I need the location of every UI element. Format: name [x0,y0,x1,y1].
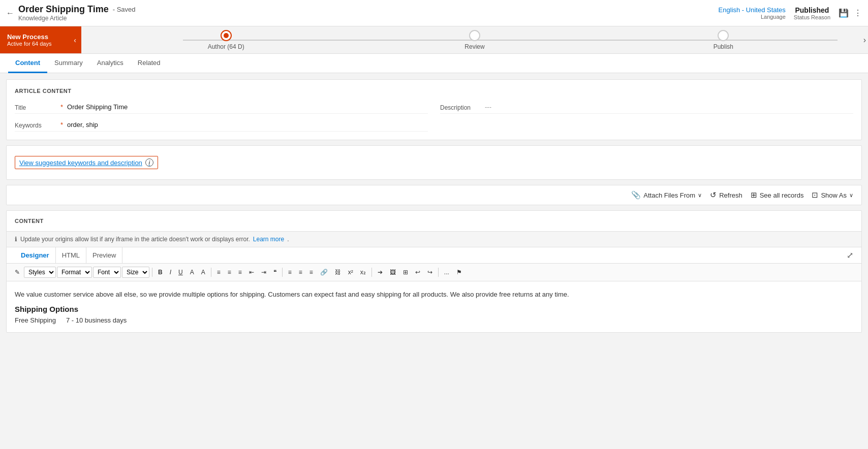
editor-tab-preview[interactable]: Preview [86,247,122,263]
sep3 [282,268,283,277]
title-value[interactable]: Order Shipping Time [67,103,128,111]
expand-icon[interactable]: ⤢ [847,250,853,260]
main-area: ARTICLE CONTENT Title * Order Shipping T… [0,73,868,339]
align-justify2-button[interactable]: ≡ [296,267,305,277]
tab-summary[interactable]: Summary [47,54,90,73]
saved-badge: - Saved [113,6,136,13]
flag-button[interactable]: ⚑ [453,267,465,277]
description-value[interactable]: --- [485,103,491,111]
suggested-keywords-link[interactable]: View suggested keywords and description … [15,156,158,169]
eraser-button[interactable]: ✎ [12,267,23,277]
tab-related[interactable]: Related [131,54,168,73]
table-insert-button[interactable]: ⊞ [400,267,411,277]
keywords-required: * [60,121,63,129]
editor-toolbar: ✎ Styles Format Font Size B I U A A ≡ ≡ … [7,264,861,281]
special-button[interactable]: ➔ [375,267,386,277]
header-right: English - United States Language Publish… [719,6,862,20]
subscript-button[interactable]: x₂ [357,267,369,277]
image-button[interactable]: 🖼 [387,267,399,277]
editor-body[interactable]: We value customer service above all else… [7,281,861,332]
quote-button[interactable]: ❝ [270,267,280,277]
attach-files-button[interactable]: 📎 Attach Files From ∨ [631,190,702,200]
keywords-field-row: Keywords * order, ship [15,119,428,132]
tab-analytics[interactable]: Analytics [90,54,131,73]
undo-button[interactable]: ↩ [412,267,423,277]
table-cell-col2: 7 - 10 business days [66,316,127,324]
show-as-label: Show As [821,191,847,199]
new-process-label: New Process [7,33,51,41]
superscript-button[interactable]: x² [345,267,356,277]
tab-content[interactable]: Content [8,54,47,73]
indent-dec-button[interactable]: ⇤ [246,267,257,277]
language-link[interactable]: English - United States [719,6,786,14]
refresh-icon: ↺ [710,190,717,200]
underline-button[interactable]: U [175,267,186,277]
font-select[interactable]: Font [93,267,121,278]
process-chevron-right[interactable]: › [863,36,866,45]
status-label: Status Reason [794,14,830,20]
suggested-link-wrapper: View suggested keywords and description … [15,154,853,171]
new-process-button[interactable]: New Process Active for 64 days ‹ [0,26,81,53]
title-label: Title [15,103,55,111]
font-color-button[interactable]: A [198,267,208,277]
info-banner-text: Update your origins allow list if any if… [20,236,250,243]
more-button[interactable]: ... [441,267,452,277]
language-label: Language [719,14,786,20]
tabs-bar: Content Summary Analytics Related [0,54,868,73]
table-row: Free Shipping 7 - 10 business days [15,316,853,324]
content-card: CONTENT ℹ Update your origins allow list… [6,210,862,333]
align-right-button[interactable]: ≡ [235,267,245,277]
body-heading: Shipping Options [15,305,853,313]
suggested-keywords-card: View suggested keywords and description … [6,145,862,180]
status-text: Published [794,6,830,14]
save-icon[interactable]: 💾 [839,8,849,18]
article-content-card: ARTICLE CONTENT Title * Order Shipping T… [6,79,862,140]
language-section: English - United States Language [719,6,786,20]
refresh-label: Refresh [719,191,742,199]
show-as-icon: ⊡ [812,190,818,200]
unlink-button[interactable]: ⛓ [332,267,344,277]
editor-tab-html[interactable]: HTML [56,247,86,263]
italic-button[interactable]: I [167,267,174,277]
refresh-button[interactable]: ↺ Refresh [710,190,742,200]
title-required: * [60,103,63,111]
step-label-author: Author (64 D) [208,43,244,50]
redo-button[interactable]: ↪ [424,267,436,277]
more-options-icon[interactable]: ⋮ [854,8,862,18]
attach-icon: 📎 [631,190,641,200]
process-step-publish[interactable]: Publish [599,30,848,50]
step-circle-review [469,30,480,41]
editor-tab-designer[interactable]: Designer [15,247,56,263]
article-title-area: Order Shipping Time - Saved Knowledge Ar… [18,4,136,22]
step-circle-author [221,30,232,41]
content-header: CONTENT [7,211,861,231]
info-banner-period: . [287,236,289,243]
align-justify3-button[interactable]: ≡ [306,267,316,277]
info-icon: i [145,158,153,167]
styles-select[interactable]: Styles [24,267,56,278]
show-as-button[interactable]: ⊡ Show As ∨ [812,190,853,200]
step-label-review: Review [464,43,484,50]
process-chevron-left[interactable]: ‹ [74,36,76,44]
align-justify-button[interactable]: ≡ [285,267,295,277]
indent-inc-button[interactable]: ⇥ [258,267,269,277]
process-step-author[interactable]: Author (64 D) [102,30,350,50]
align-center-button[interactable]: ≡ [225,267,234,277]
size-select[interactable]: Size [122,267,149,278]
link-button[interactable]: 🔗 [317,267,331,277]
step-circle-publish [718,30,729,41]
back-button[interactable]: ← [6,9,14,18]
process-step-review[interactable]: Review [350,30,599,50]
keywords-value[interactable]: order, ship [67,121,98,129]
description-field-row: Description --- [440,101,853,114]
format-select[interactable]: Format [57,267,92,278]
body-text: We value customer service above all else… [15,290,853,300]
bold-button[interactable]: B [155,267,166,277]
see-all-records-button[interactable]: ⊞ See all records [751,190,804,200]
info-banner: ℹ Update your origins allow list if any … [7,231,861,247]
align-left-button[interactable]: ≡ [214,267,224,277]
header-icons: 💾 ⋮ [839,8,862,18]
keywords-label: Keywords [15,121,55,129]
learn-more-link[interactable]: Learn more [253,236,284,243]
highlight-button[interactable]: A [187,267,197,277]
